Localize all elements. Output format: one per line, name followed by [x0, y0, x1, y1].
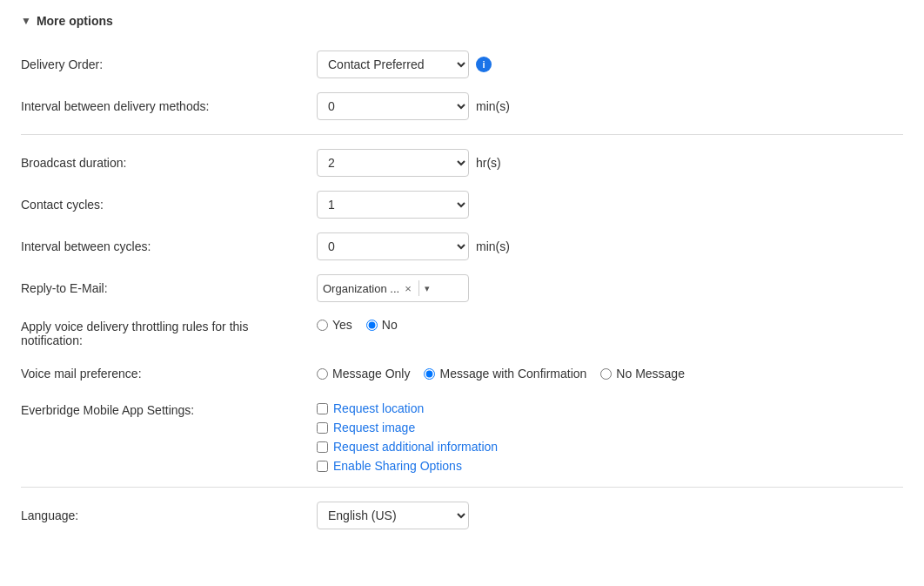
- request-additional-info-checkbox[interactable]: [317, 441, 328, 453]
- reply-to-chevron-icon[interactable]: ▾: [425, 283, 430, 294]
- reply-to-email-row: Reply-to E-Mail: Organization ... × ▾: [21, 267, 903, 309]
- section-title: More options: [37, 14, 113, 28]
- delivery-order-select[interactable]: Contact Preferred Sequential All at Once: [317, 51, 469, 78]
- voice-throttling-controls: Yes No: [317, 318, 903, 332]
- language-select[interactable]: English (US) Spanish French German: [317, 502, 469, 529]
- voicemail-preference-row: Voice mail preference: Message Only Mess…: [21, 354, 903, 393]
- broadcast-duration-label: Broadcast duration:: [21, 156, 317, 170]
- interval-cycles-row: Interval between cycles: 0 1 2 5 10 15 3…: [21, 226, 903, 267]
- voicemail-preference-label: Voice mail preference:: [21, 367, 317, 381]
- voice-throttling-no-option[interactable]: No: [366, 318, 398, 332]
- voicemail-message-confirmation-option[interactable]: Message with Confirmation: [424, 367, 586, 381]
- chevron-icon: ▼: [21, 15, 31, 27]
- request-additional-info-option[interactable]: Request additional information: [317, 440, 498, 454]
- broadcast-duration-unit: hr(s): [476, 156, 501, 170]
- enable-sharing-checkbox[interactable]: [317, 461, 328, 472]
- delivery-order-row: Delivery Order: Contact Preferred Sequen…: [21, 44, 903, 85]
- voicemail-preference-radio-group: Message Only Message with Confirmation N…: [317, 367, 685, 381]
- voicemail-message-confirmation-radio[interactable]: [424, 368, 435, 380]
- interval-delivery-unit: min(s): [476, 99, 510, 113]
- voicemail-no-message-option[interactable]: No Message: [600, 367, 685, 381]
- contact-cycles-controls: 1 2 3 4 5: [317, 191, 903, 219]
- voice-throttling-no-radio[interactable]: [366, 320, 378, 331]
- mobile-app-settings-checkboxes: Request location Request image Request a…: [317, 401, 498, 473]
- voice-throttling-no-label: No: [382, 318, 398, 332]
- request-additional-info-label: Request additional information: [333, 440, 498, 454]
- enable-sharing-option[interactable]: Enable Sharing Options: [317, 459, 498, 473]
- more-options-panel: ▼ More options Delivery Order: Contact P…: [0, 0, 924, 586]
- reply-to-email-controls: Organization ... × ▾: [317, 274, 903, 302]
- voicemail-no-message-label: No Message: [616, 367, 685, 381]
- mobile-app-settings-controls: Request location Request image Request a…: [317, 401, 903, 473]
- voice-throttling-yes-option[interactable]: Yes: [317, 318, 352, 332]
- voice-throttling-yes-radio[interactable]: [317, 320, 328, 331]
- delivery-order-label: Delivery Order:: [21, 57, 317, 71]
- interval-cycles-controls: 0 1 2 5 10 15 30 min(s): [317, 232, 903, 260]
- reply-to-separator: [418, 280, 419, 296]
- delivery-order-info-icon[interactable]: i: [476, 57, 492, 72]
- divider-2: [21, 487, 903, 488]
- enable-sharing-label: Enable Sharing Options: [333, 459, 462, 473]
- voicemail-preference-controls: Message Only Message with Confirmation N…: [317, 367, 903, 381]
- contact-cycles-select[interactable]: 1 2 3 4 5: [317, 191, 469, 219]
- divider-1: [21, 134, 903, 135]
- broadcast-duration-select[interactable]: 1 2 3 4 6 8 12 24: [317, 149, 469, 177]
- reply-to-tag-text: Organization ...: [323, 282, 399, 295]
- contact-cycles-row: Contact cycles: 1 2 3 4 5: [21, 184, 903, 226]
- delivery-order-controls: Contact Preferred Sequential All at Once…: [317, 51, 903, 78]
- interval-delivery-controls: 0 1 2 5 10 15 30 min(s): [317, 92, 903, 120]
- broadcast-duration-row: Broadcast duration: 1 2 3 4 6 8 12 24 hr…: [21, 142, 903, 184]
- mobile-app-settings-label: Everbridge Mobile App Settings:: [21, 401, 317, 417]
- voicemail-message-confirmation-label: Message with Confirmation: [439, 367, 586, 381]
- voice-throttling-yes-label: Yes: [332, 318, 352, 332]
- interval-cycles-select[interactable]: 0 1 2 5 10 15 30: [317, 232, 469, 260]
- voice-throttling-label: Apply voice delivery throttling rules fo…: [21, 318, 317, 347]
- language-row: Language: English (US) Spanish French Ge…: [21, 495, 903, 536]
- interval-cycles-unit: min(s): [476, 239, 510, 253]
- request-image-label: Request image: [333, 421, 415, 434]
- request-location-option[interactable]: Request location: [317, 401, 498, 415]
- voicemail-no-message-radio[interactable]: [600, 368, 612, 380]
- voicemail-message-only-label: Message Only: [332, 367, 410, 381]
- voice-throttling-row: Apply voice delivery throttling rules fo…: [21, 309, 903, 354]
- request-image-option[interactable]: Request image: [317, 421, 498, 434]
- voicemail-message-only-option[interactable]: Message Only: [317, 367, 410, 381]
- request-location-label: Request location: [333, 401, 424, 415]
- interval-cycles-label: Interval between cycles:: [21, 239, 317, 253]
- request-image-checkbox[interactable]: [317, 422, 328, 434]
- reply-to-email-label: Reply-to E-Mail:: [21, 281, 317, 295]
- interval-delivery-row: Interval between delivery methods: 0 1 2…: [21, 85, 903, 127]
- language-controls: English (US) Spanish French German: [317, 502, 903, 529]
- voicemail-message-only-radio[interactable]: [317, 368, 328, 380]
- reply-to-email-input[interactable]: Organization ... × ▾: [317, 274, 469, 302]
- reply-to-clear-icon[interactable]: ×: [403, 282, 413, 295]
- interval-delivery-select[interactable]: 0 1 2 5 10 15 30: [317, 92, 469, 120]
- broadcast-duration-controls: 1 2 3 4 6 8 12 24 hr(s): [317, 149, 903, 177]
- contact-cycles-label: Contact cycles:: [21, 198, 317, 212]
- voice-throttling-radio-group: Yes No: [317, 318, 398, 332]
- mobile-app-settings-row: Everbridge Mobile App Settings: Request …: [21, 393, 903, 480]
- request-location-checkbox[interactable]: [317, 403, 328, 414]
- language-label: Language:: [21, 509, 317, 522]
- interval-delivery-label: Interval between delivery methods:: [21, 99, 317, 113]
- more-options-header[interactable]: ▼ More options: [21, 14, 903, 28]
